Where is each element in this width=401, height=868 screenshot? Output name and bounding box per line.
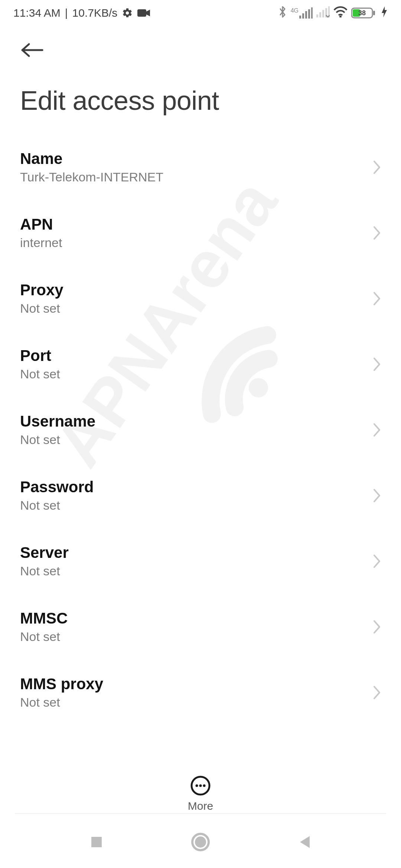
chevron-right-icon: [372, 685, 381, 700]
status-network-speed: 10.7KB/s: [72, 7, 118, 19]
svg-rect-8: [319, 12, 321, 17]
item-value: Not set: [20, 564, 69, 578]
svg-rect-1: [137, 9, 146, 17]
triangle-left-icon: [298, 835, 311, 849]
item-mmsc[interactable]: MMSC Not set: [0, 594, 401, 660]
battery-percent-text: 38: [358, 9, 366, 17]
item-title: Proxy: [20, 281, 63, 299]
charging-icon: [381, 6, 388, 21]
system-nav-bar: [0, 816, 401, 868]
svg-rect-2: [299, 16, 301, 19]
chevron-right-icon: [372, 357, 381, 372]
bluetooth-icon: [278, 5, 287, 21]
chevron-right-icon: [372, 160, 381, 175]
circle-icon: [191, 832, 210, 852]
item-username[interactable]: Username Not set: [0, 397, 401, 463]
item-value: Not set: [20, 629, 68, 644]
signal-sim1-icon: [299, 7, 313, 19]
svg-rect-4: [305, 11, 307, 19]
more-label: More: [188, 800, 213, 812]
status-bar: 11:34 AM | 10.7KB/s 4G: [0, 0, 401, 26]
chevron-right-icon: [372, 619, 381, 634]
chevron-right-icon: [372, 488, 381, 503]
item-value: Not set: [20, 498, 94, 513]
item-password[interactable]: Password Not set: [0, 463, 401, 528]
chevron-right-icon: [372, 423, 381, 437]
status-time: 11:34 AM: [13, 7, 61, 19]
divider: [15, 813, 386, 814]
more-button[interactable]: More: [188, 775, 213, 812]
network-type-label: 4G: [291, 7, 299, 14]
arrow-left-icon: [20, 42, 44, 58]
nav-home-button[interactable]: [188, 829, 213, 855]
item-title: Name: [20, 150, 163, 168]
svg-rect-6: [311, 7, 313, 19]
more-icon: [190, 775, 211, 796]
item-title: Server: [20, 544, 69, 562]
svg-rect-5: [308, 9, 310, 19]
item-value: Not set: [20, 433, 95, 447]
square-icon: [90, 835, 103, 849]
item-value: Not set: [20, 367, 60, 381]
svg-rect-22: [91, 837, 102, 847]
chevron-right-icon: [372, 226, 381, 240]
item-title: Password: [20, 478, 94, 496]
item-value: Not set: [20, 695, 103, 710]
svg-point-20: [199, 785, 202, 787]
item-title: Username: [20, 412, 95, 430]
item-value: Not set: [20, 301, 63, 316]
svg-point-19: [195, 785, 198, 787]
video-camera-icon: [137, 8, 151, 18]
svg-rect-3: [302, 13, 304, 19]
item-apn[interactable]: APN internet: [0, 200, 401, 266]
settings-list: Name Turk-Telekom-INTERNET APN internet …: [0, 131, 401, 725]
item-server[interactable]: Server Not set: [0, 528, 401, 594]
item-title: MMS proxy: [20, 675, 103, 693]
nav-recents-button[interactable]: [84, 829, 110, 855]
item-proxy[interactable]: Proxy Not set: [0, 266, 401, 331]
item-mms-proxy[interactable]: MMS proxy Not set: [0, 660, 401, 725]
chevron-right-icon: [372, 291, 381, 306]
svg-point-14: [339, 16, 342, 17]
item-port[interactable]: Port Not set: [0, 331, 401, 397]
item-value: internet: [20, 236, 62, 250]
battery-icon: 38: [351, 7, 377, 19]
svg-point-24: [195, 836, 206, 848]
page-title: Edit access point: [0, 67, 401, 131]
item-title: APN: [20, 216, 62, 233]
svg-rect-7: [316, 14, 318, 17]
item-title: Port: [20, 347, 60, 365]
signal-sim2-icon: [316, 6, 330, 17]
back-button[interactable]: [20, 37, 46, 63]
svg-rect-17: [373, 11, 375, 15]
gear-icon: [122, 7, 133, 19]
item-value: Turk-Telekom-INTERNET: [20, 170, 163, 184]
item-name[interactable]: Name Turk-Telekom-INTERNET: [0, 134, 401, 200]
chevron-right-icon: [372, 554, 381, 569]
nav-back-button[interactable]: [291, 829, 317, 855]
svg-rect-9: [322, 10, 324, 17]
svg-point-21: [203, 785, 205, 787]
wifi-icon: [333, 6, 348, 20]
item-title: MMSC: [20, 609, 68, 627]
